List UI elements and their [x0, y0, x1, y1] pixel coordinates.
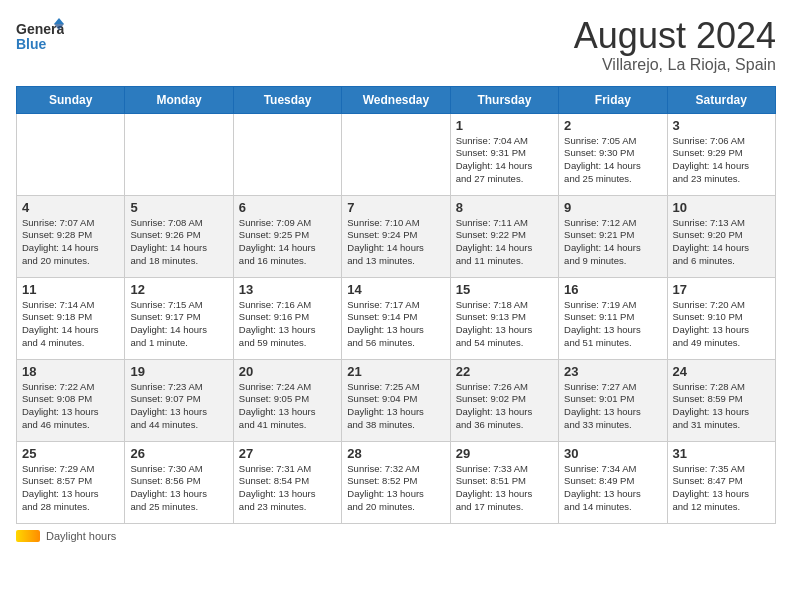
calendar-cell: 6Sunrise: 7:09 AM Sunset: 9:25 PM Daylig…	[233, 195, 341, 277]
calendar-week-row: 1Sunrise: 7:04 AM Sunset: 9:31 PM Daylig…	[17, 113, 776, 195]
calendar-cell: 15Sunrise: 7:18 AM Sunset: 9:13 PM Dayli…	[450, 277, 558, 359]
cell-content: Sunrise: 7:33 AM Sunset: 8:51 PM Dayligh…	[456, 463, 553, 514]
calendar-cell: 14Sunrise: 7:17 AM Sunset: 9:14 PM Dayli…	[342, 277, 450, 359]
calendar-cell: 31Sunrise: 7:35 AM Sunset: 8:47 PM Dayli…	[667, 441, 775, 523]
cell-content: Sunrise: 7:05 AM Sunset: 9:30 PM Dayligh…	[564, 135, 661, 186]
day-number: 31	[673, 446, 770, 461]
footer: Daylight hours	[16, 530, 776, 542]
cell-content: Sunrise: 7:30 AM Sunset: 8:56 PM Dayligh…	[130, 463, 227, 514]
cell-content: Sunrise: 7:27 AM Sunset: 9:01 PM Dayligh…	[564, 381, 661, 432]
day-number: 12	[130, 282, 227, 297]
page-header: General Blue August 2024 Villarejo, La R…	[16, 16, 776, 74]
calendar-week-row: 25Sunrise: 7:29 AM Sunset: 8:57 PM Dayli…	[17, 441, 776, 523]
cell-content: Sunrise: 7:22 AM Sunset: 9:08 PM Dayligh…	[22, 381, 119, 432]
cell-content: Sunrise: 7:31 AM Sunset: 8:54 PM Dayligh…	[239, 463, 336, 514]
calendar-cell: 26Sunrise: 7:30 AM Sunset: 8:56 PM Dayli…	[125, 441, 233, 523]
title-block: August 2024 Villarejo, La Rioja, Spain	[574, 16, 776, 74]
calendar-cell: 25Sunrise: 7:29 AM Sunset: 8:57 PM Dayli…	[17, 441, 125, 523]
day-number: 1	[456, 118, 553, 133]
cell-content: Sunrise: 7:08 AM Sunset: 9:26 PM Dayligh…	[130, 217, 227, 268]
calendar-cell: 16Sunrise: 7:19 AM Sunset: 9:11 PM Dayli…	[559, 277, 667, 359]
calendar-cell: 22Sunrise: 7:26 AM Sunset: 9:02 PM Dayli…	[450, 359, 558, 441]
calendar-week-row: 18Sunrise: 7:22 AM Sunset: 9:08 PM Dayli…	[17, 359, 776, 441]
day-number: 13	[239, 282, 336, 297]
calendar-cell: 21Sunrise: 7:25 AM Sunset: 9:04 PM Dayli…	[342, 359, 450, 441]
calendar-cell: 19Sunrise: 7:23 AM Sunset: 9:07 PM Dayli…	[125, 359, 233, 441]
cell-content: Sunrise: 7:09 AM Sunset: 9:25 PM Dayligh…	[239, 217, 336, 268]
day-number: 15	[456, 282, 553, 297]
day-number: 7	[347, 200, 444, 215]
cell-content: Sunrise: 7:13 AM Sunset: 9:20 PM Dayligh…	[673, 217, 770, 268]
cell-content: Sunrise: 7:04 AM Sunset: 9:31 PM Dayligh…	[456, 135, 553, 186]
day-number: 14	[347, 282, 444, 297]
calendar-col-header: Tuesday	[233, 86, 341, 113]
day-number: 21	[347, 364, 444, 379]
cell-content: Sunrise: 7:26 AM Sunset: 9:02 PM Dayligh…	[456, 381, 553, 432]
calendar-col-header: Friday	[559, 86, 667, 113]
daylight-label: Daylight hours	[46, 530, 116, 542]
cell-content: Sunrise: 7:28 AM Sunset: 8:59 PM Dayligh…	[673, 381, 770, 432]
day-number: 22	[456, 364, 553, 379]
cell-content: Sunrise: 7:14 AM Sunset: 9:18 PM Dayligh…	[22, 299, 119, 350]
calendar-cell: 13Sunrise: 7:16 AM Sunset: 9:16 PM Dayli…	[233, 277, 341, 359]
day-number: 16	[564, 282, 661, 297]
calendar-cell: 3Sunrise: 7:06 AM Sunset: 9:29 PM Daylig…	[667, 113, 775, 195]
cell-content: Sunrise: 7:35 AM Sunset: 8:47 PM Dayligh…	[673, 463, 770, 514]
page-title: August 2024	[574, 16, 776, 56]
cell-content: Sunrise: 7:34 AM Sunset: 8:49 PM Dayligh…	[564, 463, 661, 514]
calendar-cell	[342, 113, 450, 195]
calendar-cell: 8Sunrise: 7:11 AM Sunset: 9:22 PM Daylig…	[450, 195, 558, 277]
day-number: 30	[564, 446, 661, 461]
cell-content: Sunrise: 7:15 AM Sunset: 9:17 PM Dayligh…	[130, 299, 227, 350]
calendar-cell: 10Sunrise: 7:13 AM Sunset: 9:20 PM Dayli…	[667, 195, 775, 277]
cell-content: Sunrise: 7:32 AM Sunset: 8:52 PM Dayligh…	[347, 463, 444, 514]
cell-content: Sunrise: 7:07 AM Sunset: 9:28 PM Dayligh…	[22, 217, 119, 268]
cell-content: Sunrise: 7:06 AM Sunset: 9:29 PM Dayligh…	[673, 135, 770, 186]
day-number: 2	[564, 118, 661, 133]
cell-content: Sunrise: 7:17 AM Sunset: 9:14 PM Dayligh…	[347, 299, 444, 350]
calendar-week-row: 4Sunrise: 7:07 AM Sunset: 9:28 PM Daylig…	[17, 195, 776, 277]
daylight-bar-icon	[16, 530, 40, 542]
calendar-cell: 9Sunrise: 7:12 AM Sunset: 9:21 PM Daylig…	[559, 195, 667, 277]
cell-content: Sunrise: 7:18 AM Sunset: 9:13 PM Dayligh…	[456, 299, 553, 350]
day-number: 17	[673, 282, 770, 297]
page-subtitle: Villarejo, La Rioja, Spain	[574, 56, 776, 74]
cell-content: Sunrise: 7:25 AM Sunset: 9:04 PM Dayligh…	[347, 381, 444, 432]
logo: General Blue	[16, 16, 64, 60]
calendar-cell: 28Sunrise: 7:32 AM Sunset: 8:52 PM Dayli…	[342, 441, 450, 523]
calendar-cell: 5Sunrise: 7:08 AM Sunset: 9:26 PM Daylig…	[125, 195, 233, 277]
day-number: 26	[130, 446, 227, 461]
calendar-cell: 23Sunrise: 7:27 AM Sunset: 9:01 PM Dayli…	[559, 359, 667, 441]
calendar-cell: 30Sunrise: 7:34 AM Sunset: 8:49 PM Dayli…	[559, 441, 667, 523]
cell-content: Sunrise: 7:16 AM Sunset: 9:16 PM Dayligh…	[239, 299, 336, 350]
day-number: 6	[239, 200, 336, 215]
calendar-col-header: Sunday	[17, 86, 125, 113]
cell-content: Sunrise: 7:19 AM Sunset: 9:11 PM Dayligh…	[564, 299, 661, 350]
calendar-col-header: Wednesday	[342, 86, 450, 113]
calendar-cell: 11Sunrise: 7:14 AM Sunset: 9:18 PM Dayli…	[17, 277, 125, 359]
cell-content: Sunrise: 7:23 AM Sunset: 9:07 PM Dayligh…	[130, 381, 227, 432]
day-number: 18	[22, 364, 119, 379]
day-number: 19	[130, 364, 227, 379]
calendar-cell: 27Sunrise: 7:31 AM Sunset: 8:54 PM Dayli…	[233, 441, 341, 523]
calendar-col-header: Monday	[125, 86, 233, 113]
calendar-cell	[17, 113, 125, 195]
cell-content: Sunrise: 7:10 AM Sunset: 9:24 PM Dayligh…	[347, 217, 444, 268]
day-number: 10	[673, 200, 770, 215]
calendar-cell: 4Sunrise: 7:07 AM Sunset: 9:28 PM Daylig…	[17, 195, 125, 277]
calendar-cell	[233, 113, 341, 195]
cell-content: Sunrise: 7:12 AM Sunset: 9:21 PM Dayligh…	[564, 217, 661, 268]
cell-content: Sunrise: 7:11 AM Sunset: 9:22 PM Dayligh…	[456, 217, 553, 268]
calendar-cell: 2Sunrise: 7:05 AM Sunset: 9:30 PM Daylig…	[559, 113, 667, 195]
day-number: 28	[347, 446, 444, 461]
calendar-cell: 1Sunrise: 7:04 AM Sunset: 9:31 PM Daylig…	[450, 113, 558, 195]
calendar-cell: 12Sunrise: 7:15 AM Sunset: 9:17 PM Dayli…	[125, 277, 233, 359]
calendar-cell: 29Sunrise: 7:33 AM Sunset: 8:51 PM Dayli…	[450, 441, 558, 523]
calendar-col-header: Thursday	[450, 86, 558, 113]
calendar-col-header: Saturday	[667, 86, 775, 113]
calendar-cell: 24Sunrise: 7:28 AM Sunset: 8:59 PM Dayli…	[667, 359, 775, 441]
calendar-header-row: SundayMondayTuesdayWednesdayThursdayFrid…	[17, 86, 776, 113]
cell-content: Sunrise: 7:29 AM Sunset: 8:57 PM Dayligh…	[22, 463, 119, 514]
calendar-cell	[125, 113, 233, 195]
day-number: 20	[239, 364, 336, 379]
